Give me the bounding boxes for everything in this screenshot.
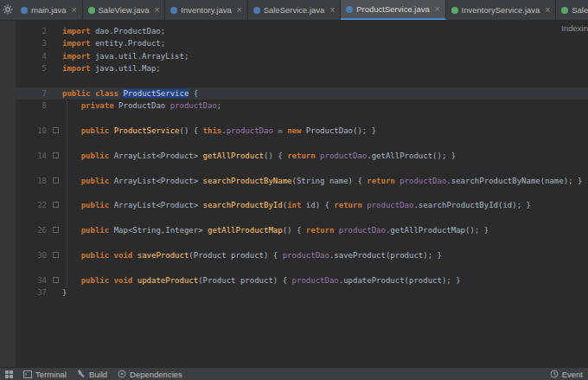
- tab-close-icon[interactable]: ×: [329, 6, 335, 15]
- code-row[interactable]: [16, 75, 588, 87]
- fold-column: [50, 187, 62, 199]
- code-row[interactable]: [16, 237, 588, 249]
- ide-window: main.java×SaleView.java×Inventory.java×S…: [0, 0, 588, 380]
- code-row[interactable]: [16, 162, 588, 174]
- code-row[interactable]: 37}: [16, 287, 588, 299]
- fold-column: [50, 75, 62, 87]
- code-row[interactable]: 26 public Map<String,Integer> getAllProd…: [16, 224, 588, 236]
- editor-tab-bar: main.java×SaleView.java×Inventory.java×S…: [0, 0, 588, 21]
- fold-column: [50, 50, 62, 62]
- code-row[interactable]: 8 private ProductDao productDao;: [16, 100, 588, 112]
- statusbar-item-event[interactable]: Event: [550, 370, 583, 379]
- settings-gear-button[interactable]: [0, 0, 16, 20]
- code-row[interactable]: 4import java.util.ArrayList;: [16, 50, 588, 62]
- tab-close-icon[interactable]: ×: [155, 6, 160, 15]
- tab-close-icon[interactable]: ×: [435, 5, 440, 14]
- line-number: [16, 212, 50, 224]
- code-text: public ArrayList<Product> searchProductB…: [62, 175, 583, 187]
- code-text: public void saveProduct(Product product)…: [62, 249, 442, 261]
- code-row[interactable]: 30 public void saveProduct(Product produ…: [16, 249, 588, 261]
- fold-column: [50, 100, 62, 112]
- line-number: 4: [16, 50, 50, 62]
- java-class-icon: [21, 7, 28, 14]
- fold-column: [50, 62, 62, 74]
- code-row[interactable]: 5import java.util.Map;: [16, 62, 588, 74]
- code-text: }: [62, 287, 67, 299]
- fold-marker-icon[interactable]: [53, 277, 59, 283]
- tab-label: Sale.java: [572, 5, 588, 15]
- fold-column: [50, 37, 62, 49]
- statusbar-item-dependencies[interactable]: Dependencies: [118, 370, 182, 379]
- tab-close-icon[interactable]: ×: [545, 6, 550, 15]
- terminal-icon: [23, 370, 32, 378]
- statusbar-item-build[interactable]: Build: [77, 370, 107, 379]
- code-row[interactable]: 22 public ArrayList<Product> searchProdu…: [16, 199, 588, 211]
- code-row[interactable]: 2import dao.ProductDao;: [16, 25, 588, 37]
- java-class-icon: [88, 7, 95, 14]
- code-row[interactable]: 14 public ArrayList<Product> getAllProdu…: [16, 150, 588, 162]
- indent-guide: [67, 100, 67, 288]
- code-editor[interactable]: 2import dao.ProductDao;3import entity.Pr…: [16, 21, 588, 367]
- java-class-icon: [170, 7, 177, 14]
- code-text: import java.util.ArrayList;: [62, 50, 189, 62]
- line-number: 10: [16, 125, 50, 137]
- tab-sale-java[interactable]: Sale.java×: [556, 0, 588, 20]
- fold-marker-icon[interactable]: [53, 127, 59, 133]
- fold-marker-icon[interactable]: [53, 177, 59, 184]
- left-tool-window-stripe[interactable]: [0, 21, 16, 367]
- statusbar-left: TerminalBuildDependencies: [5, 370, 182, 379]
- code-row[interactable]: 3import entity.Product;: [16, 37, 588, 49]
- statusbar-item-toolwindows[interactable]: [5, 370, 13, 378]
- fold-column: [50, 199, 62, 211]
- tab-label: main.java: [31, 5, 67, 15]
- fold-marker-icon[interactable]: [53, 252, 59, 258]
- line-number: 26: [16, 224, 50, 236]
- fold-column: [50, 261, 62, 274]
- fold-column: [50, 87, 62, 100]
- java-class-icon: [451, 7, 458, 14]
- code-row[interactable]: 10 public ProductService() { this.produc…: [16, 125, 588, 137]
- line-number: 22: [16, 199, 50, 211]
- line-number: [16, 261, 50, 274]
- fold-column: [50, 175, 62, 187]
- fold-marker-icon[interactable]: [53, 152, 59, 158]
- code-text: public class ProductService {: [62, 87, 198, 100]
- tab-close-icon[interactable]: ×: [72, 6, 77, 15]
- statusbar-right: Event: [550, 370, 583, 379]
- hammer-icon: [77, 370, 86, 378]
- code-row[interactable]: [16, 187, 588, 199]
- code-row[interactable]: [16, 212, 588, 224]
- fold-marker-icon[interactable]: [53, 202, 59, 208]
- code-text: public ArrayList<Product> searchProductB…: [62, 199, 531, 211]
- fold-column: [50, 150, 62, 162]
- fold-column: [50, 138, 62, 150]
- tab-saleview-java[interactable]: SaleView.java×: [83, 0, 166, 20]
- code-text: public ArrayList<Product> getAllProduct(…: [62, 150, 456, 162]
- fold-column: [50, 25, 62, 37]
- tab-productservice-java[interactable]: ProductService.java×: [341, 0, 445, 20]
- line-number: 37: [16, 287, 50, 299]
- tab-saleservice-java[interactable]: SaleService.java×: [248, 0, 342, 20]
- tab-inventory-java[interactable]: Inventory.java×: [165, 0, 247, 20]
- dependencies-icon: [118, 370, 126, 378]
- tab-label: SaleView.java: [99, 5, 150, 15]
- code-row[interactable]: [16, 113, 588, 125]
- tab-close-icon[interactable]: ×: [237, 6, 242, 15]
- fold-marker-icon[interactable]: [53, 227, 59, 233]
- line-number: 8: [16, 100, 50, 112]
- code-row[interactable]: 34 public void updateProduct(Product pro…: [16, 274, 588, 287]
- code-text: private ProductDao productDao;: [62, 100, 221, 112]
- code-row[interactable]: [16, 261, 588, 274]
- tab-main-java[interactable]: main.java×: [16, 0, 83, 20]
- tab-inventoryservice-java[interactable]: InventoryService.java×: [446, 0, 557, 20]
- code-area: 2import dao.ProductDao;3import entity.Pr…: [16, 21, 588, 367]
- java-class-icon: [561, 7, 568, 14]
- line-number: [16, 162, 50, 174]
- line-number: 7: [16, 87, 50, 100]
- code-row[interactable]: 7public class ProductService {: [16, 87, 588, 100]
- line-number: [16, 187, 50, 199]
- code-row[interactable]: [16, 138, 588, 150]
- code-text: import dao.ProductDao;: [62, 25, 165, 37]
- code-row[interactable]: 18 public ArrayList<Product> searchProdu…: [16, 175, 588, 187]
- statusbar-item-terminal[interactable]: Terminal: [23, 370, 67, 379]
